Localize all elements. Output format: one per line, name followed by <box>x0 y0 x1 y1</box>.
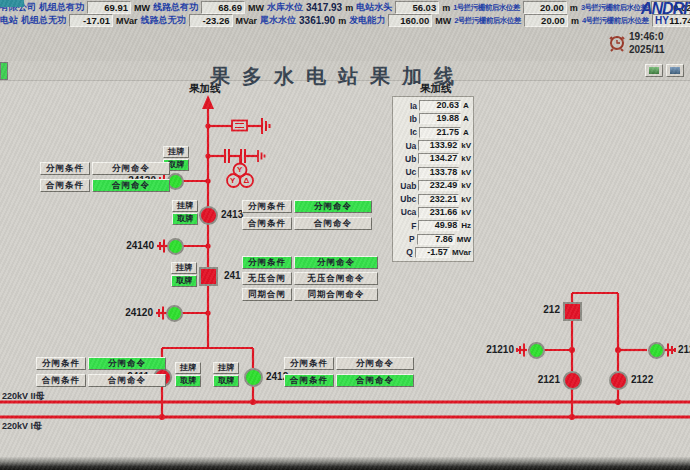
open-cond-2413[interactable]: 分闸条件 <box>242 200 292 213</box>
label-bus-2: 220kV II母 <box>2 390 45 403</box>
label-bus-1: 220kV I母 <box>2 420 42 433</box>
measure-row-ib: Ib19.88A <box>395 113 471 124</box>
measure-value: 21.75 <box>419 127 461 138</box>
units-total-p-label: 机组总有功 <box>39 1 84 14</box>
measure-row-uc: Uc133.78kV <box>395 167 471 178</box>
clock: 19:46:0 2025/11 <box>629 30 690 58</box>
open-cmd-24130[interactable]: 分闸命令 <box>92 162 170 175</box>
measure-unit: A <box>463 128 469 137</box>
measure-row-q: Q-1.57MVar <box>395 247 471 258</box>
tag-button-241[interactable]: 挂牌 <box>171 262 197 274</box>
novolt-cmd-241[interactable]: 无压合闸命令 <box>294 272 378 285</box>
screen-bottom-bezel <box>0 456 690 470</box>
measure-unit: A <box>463 101 469 110</box>
measure-name: Ub <box>395 154 416 164</box>
earthswitch-21220[interactable] <box>648 342 665 359</box>
close-cmd-2411[interactable]: 合闸命令 <box>88 374 166 387</box>
untag-button-2412[interactable]: 取牌 <box>213 375 239 387</box>
measure-unit: kV <box>461 154 471 163</box>
open-cond-2412[interactable]: 分闸条件 <box>284 357 334 370</box>
disconnector-24120[interactable] <box>166 305 183 322</box>
lines-total-q-label: 线路总无功 <box>141 14 186 27</box>
tag-button-24130[interactable]: 挂牌 <box>163 146 189 158</box>
open-cmd-2413[interactable]: 分闸命令 <box>294 200 372 213</box>
tag-button-2413[interactable]: 挂牌 <box>172 200 198 212</box>
untag-button-2411[interactable]: 取牌 <box>175 375 201 387</box>
lines-total-q-value: -23.26 <box>189 14 233 27</box>
breaker-2413[interactable] <box>199 206 218 225</box>
tag-button-2412[interactable]: 挂牌 <box>213 362 239 374</box>
close-cmd-2413[interactable]: 合闸命令 <box>294 217 372 230</box>
side-green-tab[interactable] <box>0 62 8 80</box>
breaker-212[interactable] <box>563 302 582 321</box>
feeder-label: 果加线 <box>189 82 221 96</box>
measure-name: Q <box>395 247 413 257</box>
untag-button-241[interactable]: 取牌 <box>171 275 197 287</box>
measure-name: Ua <box>395 141 416 151</box>
open-cond-241[interactable]: 分闸条件 <box>242 256 292 269</box>
close-cmd-2412[interactable]: 合闸命令 <box>336 374 414 387</box>
tag-button-2411[interactable]: 挂牌 <box>175 362 201 374</box>
disconnector-2412[interactable] <box>244 368 263 387</box>
measure-name: P <box>395 234 415 244</box>
andritz-logo-text: ANDRIT <box>641 1 690 16</box>
pt-winding-left: Y <box>230 177 235 185</box>
disconnector-2122[interactable] <box>609 371 628 390</box>
head-unit: m <box>442 3 450 13</box>
breaker-241[interactable] <box>199 267 218 286</box>
open-cmd-241[interactable]: 分闸命令 <box>294 256 378 269</box>
untag-button-2413[interactable]: 取牌 <box>172 213 198 225</box>
measure-value: 232.49 <box>418 180 459 191</box>
label-24120: 24120 <box>119 307 153 318</box>
open-cond-24130[interactable]: 分闸条件 <box>40 162 90 175</box>
units-total-p-unit: MW <box>134 3 150 13</box>
trashrack1-label: 1号拦污栅前后水位差 <box>453 3 520 13</box>
close-cond-24130[interactable]: 合闸条件 <box>40 179 90 192</box>
toolbar-icon-1[interactable] <box>645 64 663 77</box>
andritz-logo-subtext: HY <box>641 16 690 26</box>
measure-row-ia: Ia20.63A <box>395 100 471 111</box>
measure-value: 133.78 <box>418 167 459 178</box>
label-2121: 2121 <box>534 374 560 385</box>
open-cmd-2411[interactable]: 分闸命令 <box>88 357 166 370</box>
measure-value: 7.86 <box>417 234 455 245</box>
measure-unit: kV <box>461 195 471 204</box>
sync-cmd-241[interactable]: 同期合闸命令 <box>294 288 378 301</box>
trashrack2-label: 2号拦污栅前后水位差 <box>454 16 521 26</box>
measure-value: -1.57 <box>415 247 450 258</box>
pt-winding-right: Δ <box>244 177 250 185</box>
toolbar-icon-2[interactable] <box>666 64 684 77</box>
tailwater-level-label: 尾水水位 <box>260 14 296 27</box>
open-cond-2411[interactable]: 分闸条件 <box>36 357 86 370</box>
label-2413: 2413 <box>221 209 243 220</box>
disconnector-2121[interactable] <box>563 371 582 390</box>
reservoir-level-unit: m <box>345 3 353 13</box>
measure-unit: MVar <box>452 248 471 257</box>
lines-total-p-value: 68.69 <box>201 1 245 14</box>
trashrack3-label: 3号拦污栅前后水位差 <box>581 3 648 13</box>
station-label: 电站 <box>0 14 18 27</box>
sync-cond-241[interactable]: 同期合闸 <box>242 288 292 301</box>
trashrack1-unit: m <box>570 3 578 13</box>
measure-name: Ib <box>395 114 417 124</box>
scada-screen: { "top_bar": { "row1": [ {"l": "有限公司"}, … <box>0 0 690 470</box>
tailwater-level-unit: m <box>338 16 346 26</box>
disconnector-24140[interactable] <box>167 238 184 255</box>
label-24140: 24140 <box>120 240 154 251</box>
open-cmd-2412[interactable]: 分闸命令 <box>336 357 414 370</box>
capacity-unit: MW <box>435 16 451 26</box>
head-value: 56.03 <box>395 1 439 14</box>
measure-name: F <box>395 221 416 231</box>
novolt-cond-241[interactable]: 无压合闸 <box>242 272 292 285</box>
measure-name: Ubc <box>395 194 416 204</box>
close-cond-2412[interactable]: 合闸条件 <box>284 374 334 387</box>
panel-title: 果加线 <box>420 82 452 96</box>
label-21210: 21210 <box>482 344 514 355</box>
alarm-bell-icon <box>608 33 626 53</box>
close-cond-2413[interactable]: 合闸条件 <box>242 217 292 230</box>
close-cmd-24130[interactable]: 合闸命令 <box>92 179 170 192</box>
close-cond-2411[interactable]: 合闸条件 <box>36 374 86 387</box>
label-2122: 2122 <box>631 374 653 385</box>
earthswitch-21210[interactable] <box>528 342 545 359</box>
toolbar-icon-1-glyph <box>649 67 659 74</box>
